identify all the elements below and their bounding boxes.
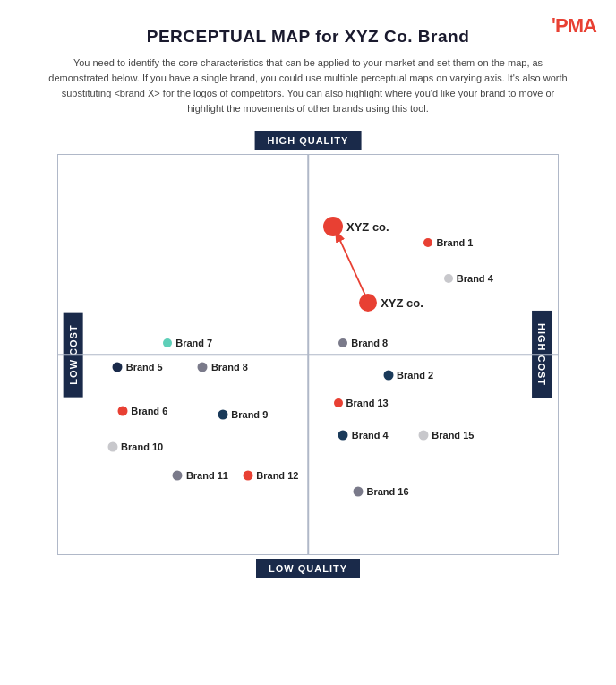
brand-label-brand8a: Brand 8 [211,362,248,372]
brand-dot-brand4b [338,430,348,440]
brand-label-brand11: Brand 11 [186,470,228,481]
brand-dot-brand6 [117,406,127,415]
brand-dot-brand5 [113,362,123,372]
brand-dot-brand8b [338,338,347,347]
axis-top-label: HIGH QUALITY [255,131,362,150]
brand-label-brand9: Brand 9 [231,409,268,420]
brand-dot-brand7 [163,338,172,347]
brand-label-brand4a: Brand 4 [457,273,493,284]
brand-label-brand2: Brand 2 [397,370,433,381]
vertical-axis-line [307,155,309,554]
axis-bottom-label: LOW QUALITY [256,559,360,578]
brand-label-brand5: Brand 5 [126,362,163,372]
logo-text: PMA [555,14,596,37]
brand-dot-xyz2 [359,294,377,312]
brand-label-brand13: Brand 13 [346,398,389,408]
brand-label-brand12: Brand 12 [256,470,298,481]
brand-dot-brand2 [383,370,393,380]
brand-dot-brand15 [418,430,428,440]
brand-label-brand1: Brand 1 [436,237,473,248]
brand-dot-brand1 [424,238,432,247]
brand-dot-brand13 [334,398,343,407]
map-inner [57,154,559,555]
logo: 'PMA [552,13,596,41]
brand-label-brand4b: Brand 4 [352,430,389,441]
brand-dot-brand16 [354,486,364,496]
brand-label-brand15: Brand 15 [432,430,474,441]
brand-label-brand7: Brand 7 [175,338,212,348]
brand-label-brand6: Brand 6 [131,406,167,416]
brand-label-brand16: Brand 16 [367,486,409,497]
brand-label-brand10: Brand 10 [121,441,163,452]
page-wrapper: 'PMA PERCEPTUAL MAP for XYZ Co. Brand Yo… [0,0,616,596]
brand-dot-brand4a [444,274,453,283]
brand-dot-xyz1 [323,217,343,236]
brand-dot-brand9 [218,410,227,420]
brand-dot-brand11 [173,470,183,480]
brand-dot-brand10 [107,442,117,452]
perceptual-map: HIGH QUALITY LOW QUALITY LOW COST HIGH C… [30,131,586,578]
brand-label-brand8b: Brand 8 [351,338,388,348]
brand-dot-brand8a [198,362,208,372]
page-description: You need to identify the core characteri… [27,56,589,116]
brand-label-xyz2: XYZ co. [381,295,424,309]
brand-dot-brand12 [243,470,252,480]
brand-label-xyz1: XYZ co. [346,219,389,233]
page-title: PERCEPTUAL MAP for XYZ Co. Brand [27,27,589,47]
